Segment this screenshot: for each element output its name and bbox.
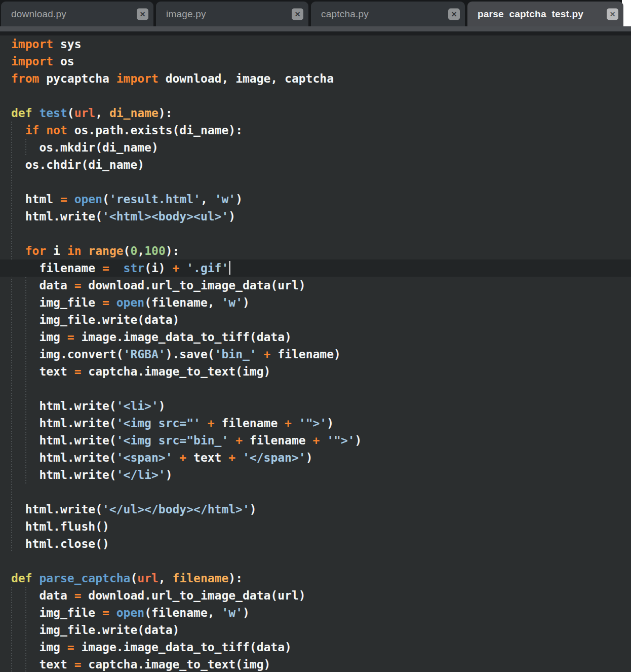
close-tab-icon[interactable]: ✕ [292,8,303,20]
code-token [109,296,116,309]
code-token: ( [130,572,137,585]
code-line[interactable]: html.flush() [0,518,631,535]
code-line[interactable]: import os [0,53,631,70]
close-tab-icon[interactable]: ✕ [448,8,460,20]
code-line[interactable]: img.convert('RGBA').save('bin_' + filena… [0,346,631,363]
code-line[interactable]: html.write('</li>') [0,466,631,483]
code-line[interactable]: html.close() [0,535,631,552]
code-token: ) [243,296,250,309]
code-line[interactable] [0,552,631,570]
code-token: + [235,434,243,447]
code-token: in [67,244,82,257]
code-token: test [39,106,67,120]
code-token: ) [306,451,313,464]
code-token: img_file [11,296,102,309]
code-token: ( [67,106,74,120]
code-line[interactable]: data = download.url_to_image_data(url) [0,277,631,294]
close-x-glyph: ✕ [451,11,457,18]
code-line[interactable]: from pycaptcha import download, image, c… [0,70,631,87]
code-line[interactable]: html.write('<li>') [0,397,631,415]
code-token: + [264,348,271,361]
tab-bar-shadow [0,31,631,35]
code-line[interactable] [0,483,631,501]
code-token: os.mkdir(di_name) [11,141,159,154]
code-line[interactable]: html.write('<img src="' + filename + '">… [0,415,631,432]
code-line[interactable]: html.write('</ul></body></html>') [0,501,631,518]
code-line[interactable]: html.write('<img src="bin_' + filename +… [0,432,631,449]
code-token: data [11,589,74,602]
code-token: , [201,193,215,206]
code-line[interactable]: html = open('result.html', 'w') [0,191,631,208]
code-token: ): [228,572,243,585]
code-token: os.path.exists(di_name): [67,124,243,137]
code-token: img [11,330,67,344]
code-editor-window: download.py ✕ image.py ✕ captcha.py ✕ pa… [0,0,631,672]
code-token: = [102,606,109,619]
code-line[interactable]: import sys [0,35,631,53]
code-token: = [67,641,74,654]
code-line[interactable]: if not os.path.exists(di_name): [0,122,631,139]
code-token: pycaptcha [39,72,116,85]
code-token [82,244,89,257]
code-line[interactable]: img = image.image_data_to_tiff(data) [0,328,631,346]
code-line[interactable]: text = captcha.image_to_text(img) [0,363,631,380]
code-token: '.gif' [186,262,228,275]
tab-parse-captcha-test-py-active[interactable]: parse_captcha_test.py ✕ [467,2,623,26]
code-token [67,193,74,206]
code-line[interactable]: img_file = open(filename, 'w') [0,604,631,621]
code-line[interactable]: os.chdir(di_name) [0,156,631,173]
code-token [109,606,116,619]
code-token: = [102,296,109,309]
tab-image-py[interactable]: image.py ✕ [156,2,308,26]
code-line[interactable] [0,225,631,242]
code-token: open [116,296,144,309]
code-token: os.chdir(di_name) [11,158,144,171]
code-line[interactable]: def parse_captcha(url, filename): [0,570,631,587]
close-tab-icon[interactable]: ✕ [607,8,618,20]
code-token: import [11,55,53,68]
code-token: url [74,106,96,120]
code-line-current[interactable]: filename = str(i) + '.gif' [0,259,631,277]
code-token: ) [159,399,166,413]
tab-captcha-py[interactable]: captcha.py ✕ [311,2,465,26]
code-line[interactable]: text = captcha.image_to_text(img) [0,656,631,672]
code-token: = [60,193,67,206]
code-token [11,124,25,137]
code-token [11,244,25,257]
tab-download-py[interactable]: download.py ✕ [1,2,153,26]
code-token [173,451,180,464]
tab-label: captcha.py [311,9,369,20]
code-line[interactable]: img = image.image_data_to_tiff(data) [0,639,631,656]
code-token: html.write( [11,417,116,430]
close-tab-icon[interactable]: ✕ [137,8,148,20]
code-token: data [11,279,74,292]
code-content[interactable]: import sysimport osfrom pycaptcha import… [0,35,631,672]
code-line[interactable]: html.write('<html><body><ul>') [0,208,631,225]
code-line[interactable]: os.mkdir(di_name) [0,139,631,156]
text-cursor [229,261,230,275]
code-line[interactable] [0,380,631,397]
code-line[interactable]: html.write('<span>' + text + '</span>') [0,449,631,466]
close-x-glyph: ✕ [140,11,146,18]
code-token: 100 [144,244,166,257]
code-line[interactable] [0,87,631,104]
code-token: str [124,262,145,275]
code-line[interactable]: for i in range(0,100): [0,242,631,259]
code-line[interactable]: def test(url, di_name): [0,104,631,122]
code-line[interactable]: data = download.url_to_image_data(url) [0,587,631,604]
code-line[interactable]: img_file = open(filename, 'w') [0,294,631,311]
code-editor-area[interactable]: import sysimport osfrom pycaptcha import… [0,35,631,672]
code-token: filename [173,572,229,585]
code-token: os [53,55,74,68]
code-token: def [11,572,32,585]
code-token: ( [124,244,131,257]
code-line[interactable]: img_file.write(data) [0,621,631,639]
code-token: '</span>' [243,451,306,464]
code-token: = [67,330,74,344]
code-line[interactable]: img_file.write(data) [0,311,631,328]
code-token: 'bin_' [215,348,257,361]
code-line[interactable] [0,173,631,191]
code-token: from [11,72,39,85]
code-token: ( [102,193,109,206]
code-token: filename) [270,348,340,361]
